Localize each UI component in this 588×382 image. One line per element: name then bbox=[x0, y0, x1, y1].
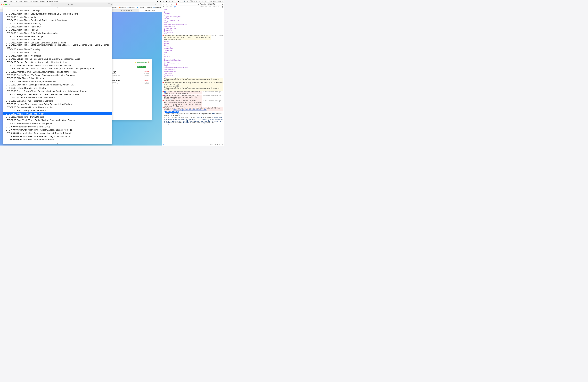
console-line[interactable]: PathnameContextProviderAdapter bbox=[162, 67, 224, 69]
maximize-window[interactable] bbox=[5, 4, 7, 5]
console-tab[interactable]: ▤Console bbox=[208, 3, 215, 5]
console-line[interactable]: ComponentWithRecaptcha bbox=[162, 59, 224, 61]
reader-icon[interactable]: ᴬ⁀ bbox=[108, 3, 110, 5]
console-line[interactable]: !Failed to load resource: the server res… bbox=[162, 107, 224, 111]
console-line[interactable]: ReactDevOverlay bbox=[162, 71, 224, 73]
console-line[interactable]: Root bbox=[162, 33, 224, 35]
timezone-option[interactable]: UTC-02:00 West Greenland Time - Nuuk bbox=[3, 112, 112, 115]
timezone-option[interactable]: UTC-04:00 Guyana Time - Georgetown, Lind… bbox=[3, 61, 112, 64]
downloads-icon[interactable]: ⤓ bbox=[152, 4, 153, 5]
bookmark-grafana[interactable]: ◉Grafana bbox=[118, 7, 126, 8]
dropdown-scroll-up[interactable]: ⌃ bbox=[57, 7, 58, 9]
console-line[interactable]: div bbox=[162, 54, 224, 56]
timezone-option[interactable]: UTC-04:00 Atlantic Time - Santo Domingo,… bbox=[3, 44, 112, 48]
console-line[interactable]: Component@ bbox=[162, 29, 224, 31]
control-center-icon[interactable]: ☰ bbox=[208, 0, 209, 2]
close-devtools-icon[interactable]: ✕ bbox=[163, 3, 164, 5]
bell-icon[interactable]: 🔔 bbox=[135, 62, 136, 63]
console-line[interactable]: MyApp bbox=[162, 22, 224, 24]
filter-dot[interactable] bbox=[174, 6, 176, 7]
console-source[interactable]: on-recoverable-error.js:21 bbox=[203, 91, 223, 93]
timezone-option[interactable]: UTC-04:00 Atlantic Time - Thule bbox=[3, 51, 112, 54]
share-icon[interactable]: ⇪ bbox=[155, 4, 156, 5]
menu-help[interactable]: Help bbox=[54, 0, 58, 2]
console-line[interactable]: AppContainer bbox=[162, 74, 224, 76]
console-line[interactable]: !▸Error: There was an error while hydrat… bbox=[162, 100, 224, 107]
timezone-option[interactable]: UTC-03:00 Uruguay Time - Montevideo, Sal… bbox=[3, 103, 112, 106]
timezone-option[interactable]: UTC-03:00 Chile Time - Santiago, Puente … bbox=[3, 83, 112, 86]
timezone-option[interactable]: UTC-04:00 Atlantic Time - Saint Croix, C… bbox=[3, 32, 112, 35]
console-line[interactable]: PathnameContextProviderAdapter bbox=[162, 23, 224, 25]
console-line[interactable]: h bbox=[162, 14, 224, 16]
configure-button[interactable]: ⚙ Configure bbox=[137, 66, 146, 68]
bookmark-gdrive[interactable]: △GDrive bbox=[145, 7, 152, 8]
timezone-option[interactable]: UTC-03:00 St. Pierre & Miquelon Time - S… bbox=[3, 96, 112, 99]
timezone-option[interactable]: UTC-01:00 East Greenland Time - Scoresby… bbox=[3, 122, 112, 125]
timezone-option[interactable]: UTC-03:00 Argentina Time - Buenos Aires,… bbox=[3, 70, 112, 74]
console-line[interactable]: Controller bbox=[162, 50, 224, 52]
flag-icon[interactable]: ⚑ bbox=[169, 0, 170, 2]
menubar-date[interactable]: Fri Jan 5 bbox=[210, 0, 216, 2]
timezone-option[interactable]: UTC+00:00 Greenwich Mean Time - Accra, K… bbox=[3, 131, 112, 135]
console-source[interactable]: on-recoverable-error.js:21 bbox=[203, 100, 223, 102]
timezone-option[interactable]: UTC-01:00 Cape Verde Time - Praia, Minde… bbox=[3, 119, 112, 122]
console-line[interactable]: ""⬆See more info here: https://nextjs.or… bbox=[162, 87, 224, 91]
spotlight-icon[interactable]: ⌕ bbox=[205, 0, 206, 2]
menu-view[interactable]: View bbox=[19, 0, 22, 2]
console-line[interactable]: AppContainer bbox=[162, 31, 224, 33]
emulate-checkbox[interactable] bbox=[200, 6, 201, 7]
console-line[interactable]: ComponentWithRecaptcha bbox=[162, 16, 224, 18]
menu-bookmarks[interactable]: Bookmarks bbox=[30, 0, 38, 2]
sync-icon[interactable]: ↻ bbox=[163, 0, 164, 2]
avatar[interactable] bbox=[148, 62, 149, 63]
diamond-icon[interactable]: ◇ bbox=[181, 0, 182, 2]
devtools-settings-icon[interactable]: ⚙ bbox=[222, 3, 223, 5]
console-line[interactable]: PureComponent@ bbox=[162, 25, 224, 27]
timezone-option[interactable]: UTC-03:00 Chile Time - Palmer, Rothera bbox=[3, 77, 112, 80]
close-window[interactable] bbox=[1, 4, 2, 5]
footer-context[interactable]: Auto — register bbox=[210, 144, 221, 145]
menubar-app[interactable]: Safari bbox=[4, 0, 8, 2]
menu-file[interactable]: File bbox=[10, 0, 12, 2]
nav-back-icon[interactable]: ‹ bbox=[9, 4, 10, 5]
console-prompt-icon[interactable]: › bbox=[163, 144, 164, 145]
console-line[interactable]: MyApp bbox=[162, 65, 224, 67]
console-code[interactable]: ‹ attr"> class="tag"><divattr"> data-nex… bbox=[162, 113, 224, 116]
console-line[interactable]: InputSelect bbox=[162, 48, 224, 50]
responsive-icon[interactable]: ⟐ bbox=[173, 3, 175, 5]
timezone-option[interactable]: UTC-03:00 Brasilia Time - São Paulo, Rio… bbox=[3, 74, 112, 77]
timezone-option[interactable]: UTC-02:00 Fernando de Noronha Time - Nor… bbox=[3, 106, 112, 109]
menu-develop[interactable]: Develop bbox=[40, 0, 45, 2]
timezone-option[interactable]: UTC-03:30 Newfoundland Time - St. John's… bbox=[3, 67, 112, 70]
console-line[interactable]: ""⬆See more info here: https://nextjs.or… bbox=[162, 78, 224, 82]
console-line[interactable]: Register bbox=[162, 12, 224, 14]
console-line[interactable]: Hydrate bbox=[162, 61, 224, 63]
console-line[interactable]: form bbox=[162, 52, 224, 54]
preserve-log-icon[interactable]: ⧉ bbox=[218, 6, 219, 7]
timezone-option[interactable]: UTC-04:00 Atlantic Time - Roseau bbox=[3, 28, 112, 32]
console-line[interactable]: div bbox=[162, 10, 224, 12]
timezone-option[interactable]: UTC-03:00 Chile Time - Punta Arenas, Pue… bbox=[3, 80, 112, 83]
devtools-search-icon[interactable]: ⌕ bbox=[219, 3, 221, 5]
console-source[interactable]: on-recoverable-error.js:21 bbox=[203, 95, 223, 96]
timezone-option[interactable]: UTC-03:00 Suriname Time - Paramaribo, Le… bbox=[3, 99, 112, 103]
cloud-icon[interactable]: ☁ bbox=[160, 0, 161, 2]
play-icon[interactable]: ▶ bbox=[166, 0, 167, 2]
console-line[interactable]: QueryClientProvider bbox=[162, 63, 224, 65]
console-line[interactable]: Hydrate bbox=[162, 18, 224, 20]
timezone-option[interactable]: UTC-04:00 Atlantic Time - Philipsburg bbox=[3, 22, 112, 25]
tab-neosense[interactable]: ◆NEO Sense - R... bbox=[116, 9, 139, 12]
wifi-icon[interactable]: ⌔ bbox=[202, 0, 203, 2]
console-line[interactable]: h bbox=[162, 57, 224, 59]
timezone-option[interactable]: UTC-03:00 Falkland Islands Time - Stanle… bbox=[3, 86, 112, 89]
video-icon[interactable]: ⊙ bbox=[187, 0, 189, 2]
dock-left-icon[interactable]: ◫ bbox=[166, 3, 167, 5]
bookmark-linkedin[interactable]: inLinkedIn bbox=[153, 7, 161, 8]
console-code[interactable]: ‹ ▸attr"> class="tag"><selectattr"> id="… bbox=[162, 116, 224, 124]
nav-forward-icon[interactable]: › bbox=[11, 4, 11, 5]
menu-window[interactable]: Window bbox=[47, 0, 53, 2]
console-line[interactable]: QueryClientProvider bbox=[162, 20, 224, 22]
dock-right-icon[interactable]: ◨ bbox=[171, 3, 172, 5]
dropdown-scroll-down[interactable]: ⌄ bbox=[57, 142, 58, 144]
console-line[interactable]: option bbox=[162, 40, 224, 42]
